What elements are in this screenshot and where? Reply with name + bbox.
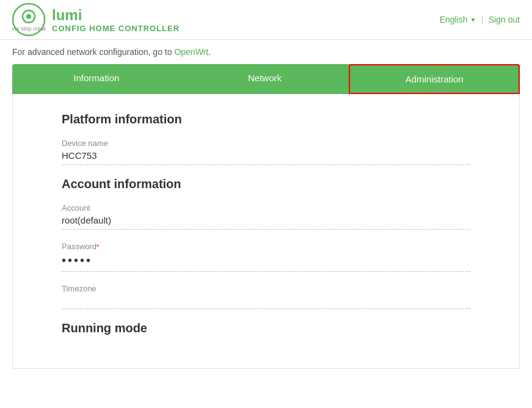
chevron-down-icon: ▼ xyxy=(470,16,476,23)
running-section-title: Running mode xyxy=(62,321,470,335)
notice-prefix: For advanced network configuration, go t… xyxy=(12,47,172,57)
running-section: Running mode xyxy=(62,321,470,335)
header-right: English ▼ | Sign out xyxy=(440,14,520,25)
timezone-value xyxy=(62,296,470,309)
openwrt-link[interactable]: OpenWrt xyxy=(174,47,208,57)
notice-bar: For advanced network configuration, go t… xyxy=(0,40,532,64)
device-name-field: Device name HCC753 xyxy=(62,139,470,165)
signout-button[interactable]: Sign out xyxy=(489,15,520,24)
password-field: Password* ••••• xyxy=(62,242,470,272)
logo-subtitle: CONFIG HOME CONTROLLER xyxy=(52,24,180,33)
account-section-title: Account information xyxy=(62,177,470,191)
tab-information[interactable]: Information xyxy=(12,64,181,94)
svg-point-2 xyxy=(26,14,31,19)
lumi-logo-icon: Never stop creating xyxy=(12,3,46,37)
timezone-label: Timezone xyxy=(62,284,470,293)
platform-section-title: Platform information xyxy=(62,112,470,126)
account-value: root(default) xyxy=(62,215,470,230)
device-name-label: Device name xyxy=(62,139,470,148)
tab-network[interactable]: Network xyxy=(181,64,349,94)
timezone-field: Timezone xyxy=(62,284,470,309)
account-label: Account xyxy=(62,203,470,213)
account-field: Account root(default) xyxy=(62,203,470,230)
logo-area: Never stop creating lumi CONFIG HOME CON… xyxy=(12,3,180,37)
notice-suffix: . xyxy=(208,47,211,57)
password-label: Password* xyxy=(62,242,470,251)
svg-text:Never stop creating: Never stop creating xyxy=(12,26,46,32)
language-label: English xyxy=(440,15,468,24)
device-name-value: HCC753 xyxy=(62,150,470,165)
divider: | xyxy=(481,14,483,25)
content-area: Platform information Device name HCC753 … xyxy=(12,94,520,369)
tabs-container: Information Network Administration xyxy=(12,64,520,94)
language-button[interactable]: English ▼ xyxy=(440,15,476,24)
tab-administration[interactable]: Administration xyxy=(349,64,520,94)
header: Never stop creating lumi CONFIG HOME CON… xyxy=(0,0,532,40)
logo-lumi-text: lumi xyxy=(52,7,82,24)
password-value: ••••• xyxy=(62,253,470,272)
account-section: Account information Account root(default… xyxy=(62,177,470,309)
platform-section: Platform information Device name HCC753 xyxy=(62,112,470,165)
